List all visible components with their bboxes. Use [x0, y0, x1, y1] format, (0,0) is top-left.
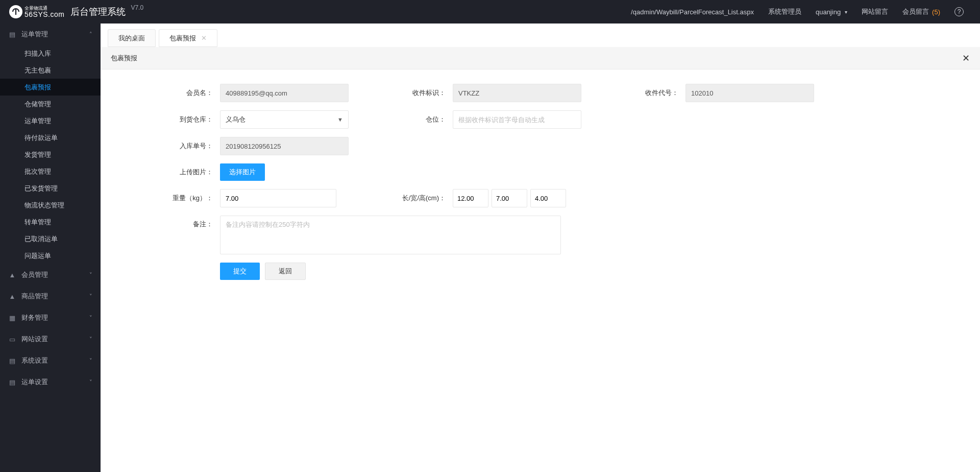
- nav-group-5[interactable]: ▤系统设置˅: [0, 350, 101, 371]
- form-area: 会员名： 收件标识： 收件代号：: [101, 69, 980, 302]
- nav-item-0-11[interactable]: 已取消运单: [0, 230, 101, 247]
- nav-item-0-10[interactable]: 转单管理: [0, 214, 101, 230]
- tab-bar: 我的桌面包裹预报✕: [101, 23, 980, 47]
- upload-label: 上传图片：: [141, 168, 220, 177]
- nav-group-4[interactable]: ▭网站设置˅: [0, 328, 101, 350]
- recv-code-label: 收件代号：: [626, 88, 685, 98]
- list-icon: ▤: [8, 379, 16, 386]
- nav-group-label: 会员管理: [21, 270, 48, 279]
- upload-button[interactable]: 选择图片: [220, 163, 265, 181]
- version-label: V7.0: [131, 4, 143, 11]
- remark-textarea[interactable]: [220, 216, 561, 254]
- help-button[interactable]: ?: [947, 0, 971, 23]
- tab-0[interactable]: 我的桌面: [108, 29, 156, 47]
- panel-title: 包裹预报: [111, 54, 962, 63]
- chevron-down-icon: ˅: [89, 293, 92, 300]
- nav-item-0-7[interactable]: 批次管理: [0, 163, 101, 180]
- close-icon[interactable]: ✕: [962, 54, 970, 63]
- list-icon: ▤: [8, 357, 16, 365]
- user-icon: ▲: [8, 271, 16, 279]
- recv-tag-label: 收件标识：: [394, 88, 453, 98]
- chevron-up-icon: ˄: [89, 31, 92, 38]
- nav-group-label: 运单设置: [21, 377, 48, 387]
- chevron-down-icon: ˅: [89, 272, 92, 278]
- dim-label: 长/宽/高(cm)：: [381, 194, 453, 203]
- member-label: 会员名：: [141, 88, 220, 98]
- tab-label: 我的桌面: [118, 34, 145, 43]
- weight-label: 重量（kg）：: [141, 194, 220, 203]
- nav-item-0-3[interactable]: 仓储管理: [0, 96, 101, 112]
- top-header: 全景物流通 56SYS.com 后台管理系统 V7.0 /qadmin/Wayb…: [0, 0, 980, 23]
- nav-item-0-2[interactable]: 包裹预报: [0, 79, 101, 96]
- warehouse-label: 到货仓库：: [141, 115, 220, 124]
- user-icon: ▲: [8, 293, 16, 300]
- nav-item-0-0[interactable]: 扫描入库: [0, 45, 101, 62]
- nav-group-6[interactable]: ▤运单设置˅: [0, 371, 101, 393]
- chevron-down-icon: ˅: [89, 315, 92, 321]
- logo[interactable]: 全景物流通 56SYS.com: [9, 5, 64, 18]
- in-no-input: [220, 137, 349, 155]
- nav-group-label: 网站设置: [21, 335, 48, 344]
- grid-icon: ▦: [8, 314, 16, 322]
- file-icon: ▤: [8, 31, 16, 38]
- nav-group-0[interactable]: ▤运单管理˄: [0, 23, 101, 45]
- nav-item-0-9[interactable]: 物流状态管理: [0, 197, 101, 214]
- nav-group-1[interactable]: ▲会员管理˅: [0, 264, 101, 286]
- tab-1[interactable]: 包裹预报✕: [159, 29, 217, 47]
- nav-group-3[interactable]: ▦财务管理˅: [0, 307, 101, 328]
- close-icon[interactable]: ✕: [201, 34, 207, 42]
- chevron-down-icon: ˅: [89, 336, 92, 343]
- member-input: [220, 84, 349, 102]
- site-msg-link[interactable]: 网站留言: [854, 0, 895, 23]
- role-link[interactable]: 系统管理员: [761, 0, 808, 23]
- window-icon: ▭: [8, 336, 16, 343]
- back-button[interactable]: 返回: [265, 263, 306, 280]
- nav-group-label: 系统设置: [21, 356, 48, 365]
- nav-item-0-4[interactable]: 运单管理: [0, 112, 101, 129]
- nav-group-label: 运单管理: [21, 30, 48, 39]
- slot-label: 仓位：: [394, 115, 453, 124]
- nav-group-2[interactable]: ▲商品管理˅: [0, 286, 101, 307]
- in-no-label: 入库单号：: [141, 141, 220, 151]
- member-msg-link[interactable]: 会员留言 (5): [895, 0, 947, 23]
- dropdown-icon: ▼: [337, 116, 343, 123]
- help-icon: ?: [954, 7, 964, 16]
- nav-item-0-12[interactable]: 问题运单: [0, 247, 101, 264]
- length-input[interactable]: [453, 189, 488, 207]
- nav-item-0-5[interactable]: 待付款运单: [0, 129, 101, 146]
- chevron-down-icon: ˅: [89, 358, 92, 364]
- sidebar: ▤运单管理˄扫描入库无主包裹包裹预报仓储管理运单管理待付款运单发货管理批次管理已…: [0, 23, 101, 472]
- width-input[interactable]: [492, 189, 527, 207]
- recv-tag-input: [453, 84, 581, 102]
- recv-code-input: [685, 84, 814, 102]
- path-link[interactable]: /qadmin/Waybill/ParcelForecast_List.aspx: [624, 0, 761, 23]
- chevron-down-icon: ˅: [89, 379, 92, 386]
- logo-text: 56SYS.com: [24, 11, 64, 18]
- system-title: 后台管理系统: [70, 6, 126, 18]
- panel-header: 包裹预报 ✕: [101, 47, 980, 69]
- tab-label: 包裹预报: [169, 34, 196, 43]
- nav-group-label: 商品管理: [21, 292, 48, 301]
- submit-button[interactable]: 提交: [220, 263, 260, 280]
- main-content: 我的桌面包裹预报✕ 包裹预报 ✕ 会员名： 收件标识：: [101, 23, 980, 472]
- nav-item-0-8[interactable]: 已发货管理: [0, 180, 101, 197]
- weight-input[interactable]: [220, 189, 336, 207]
- chevron-down-icon: ▾: [845, 9, 847, 15]
- warehouse-select[interactable]: 义乌仓 ▼: [220, 110, 349, 129]
- height-input[interactable]: [530, 189, 566, 207]
- logo-icon: [9, 5, 22, 18]
- user-menu[interactable]: quanjing ▾: [808, 0, 854, 23]
- slot-input[interactable]: [453, 110, 581, 129]
- nav-item-0-6[interactable]: 发货管理: [0, 146, 101, 163]
- nav-group-label: 财务管理: [21, 313, 48, 322]
- remark-label: 备注：: [141, 216, 220, 229]
- nav-item-0-1[interactable]: 无主包裹: [0, 62, 101, 79]
